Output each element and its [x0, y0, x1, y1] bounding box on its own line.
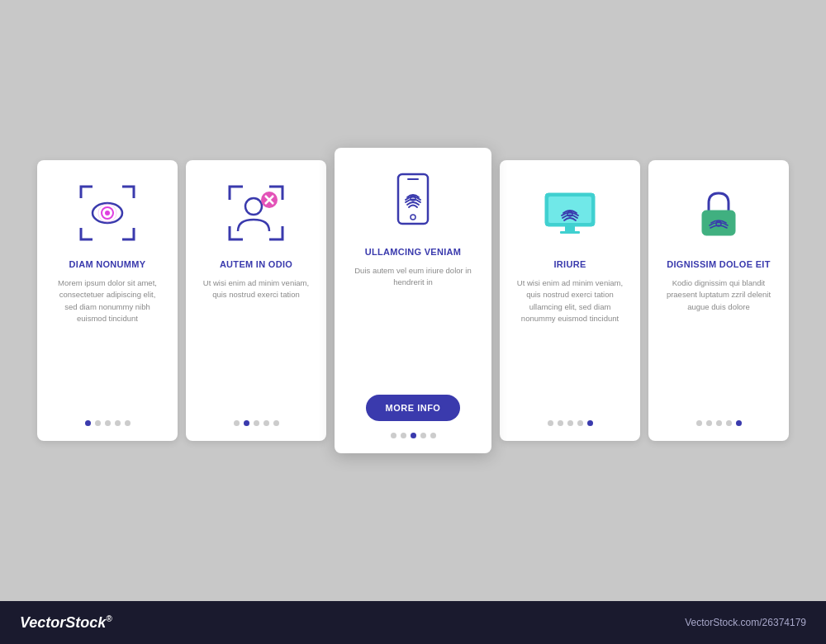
dot — [716, 420, 722, 426]
more-info-button[interactable]: MORE INFO — [366, 395, 461, 421]
svg-rect-14 — [565, 226, 575, 231]
card-1-title: DIAM NONUMMY — [69, 259, 146, 269]
dot — [706, 420, 712, 426]
footer-bar: VectorStock® VectorStock.com/26374179 — [0, 601, 826, 644]
dot — [567, 420, 573, 426]
cards-container: DIAM NONUMMY Morem ipsum dolor sit amet,… — [17, 148, 809, 453]
phone-fingerprint-icon — [380, 168, 446, 234]
card-2-title: AUTEM IN ODIO — [220, 259, 292, 269]
dot — [587, 420, 593, 426]
dot — [548, 420, 553, 426]
dot — [391, 433, 396, 438]
dot — [273, 420, 279, 426]
dot — [234, 420, 240, 426]
dot — [420, 433, 426, 438]
card-4-text: Ut wisi enim ad minim veniam, quis nostr… — [515, 277, 625, 409]
dot — [401, 433, 406, 438]
svg-rect-15 — [560, 231, 580, 234]
dot — [726, 420, 732, 426]
dot — [125, 420, 131, 426]
svg-point-4 — [245, 198, 262, 215]
lock-fingerprint-icon — [686, 180, 752, 246]
dot — [577, 420, 583, 426]
face-reject-icon — [223, 180, 289, 246]
monitor-fingerprint-icon — [537, 180, 603, 246]
dot — [558, 420, 563, 426]
card-3-title: ULLAMCING VENIAM — [365, 247, 462, 257]
card-3-dots — [391, 433, 436, 438]
card-1-text: Morem ipsum dolor sit amet, consectetuer… — [52, 277, 163, 409]
main-area: DIAM NONUMMY Morem ipsum dolor sit amet,… — [0, 0, 826, 601]
dot — [411, 433, 416, 438]
dot — [263, 420, 269, 426]
card-5-title: DIGNISSIM DOLOE EIT — [667, 259, 771, 269]
dot — [95, 420, 101, 426]
dot — [736, 420, 742, 426]
svg-rect-13 — [548, 197, 591, 223]
svg-point-2 — [105, 211, 110, 215]
dot — [696, 420, 702, 426]
dot — [105, 420, 111, 426]
card-4-dots — [548, 420, 593, 426]
svg-point-9 — [411, 215, 415, 220]
dot — [115, 420, 121, 426]
dot — [254, 420, 259, 426]
dot — [430, 433, 436, 438]
card-4: IRIURE Ut wisi enim ad minim veniam, qui… — [500, 160, 640, 441]
card-1: DIAM NONUMMY Morem ipsum dolor sit amet,… — [37, 160, 178, 441]
card-5-dots — [696, 420, 742, 426]
card-5-text: Kodio dignissim qui blandit praesent lup… — [663, 277, 774, 409]
card-4-title: IRIURE — [553, 259, 586, 269]
card-1-dots — [85, 420, 131, 426]
footer-url: VectorStock.com/26374179 — [685, 617, 806, 628]
footer-logo: VectorStock® — [20, 614, 112, 632]
dot — [244, 420, 249, 426]
card-5: DIGNISSIM DOLOE EIT Kodio dignissim qui … — [648, 160, 789, 441]
dot — [85, 420, 91, 426]
card-2-text: Ut wisi enim ad minim veniam, quis nostr… — [201, 277, 311, 409]
eye-icon — [74, 180, 140, 246]
card-3: ULLAMCING VENIAM Duis autem vel eum iriu… — [335, 148, 491, 453]
card-2: AUTEM IN ODIO Ut wisi enim ad minim veni… — [186, 160, 326, 441]
card-3-text: Duis autem vel eum iriure dolor in hendr… — [349, 265, 477, 383]
card-2-dots — [234, 420, 279, 426]
